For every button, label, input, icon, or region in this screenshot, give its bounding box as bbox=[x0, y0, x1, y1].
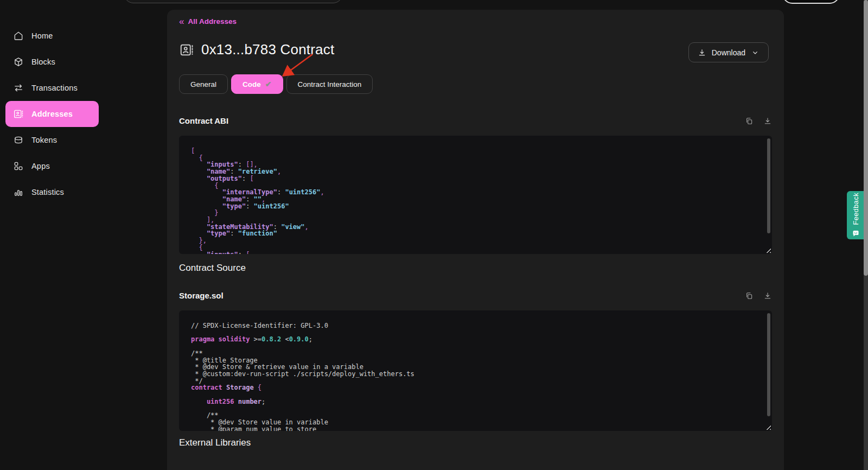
statistics-icon bbox=[13, 187, 24, 198]
copy-icon bbox=[745, 291, 754, 300]
copy-button[interactable] bbox=[745, 291, 754, 300]
tab-label: General bbox=[190, 80, 216, 88]
resize-handle[interactable] bbox=[764, 246, 771, 253]
source-code: // SPDX-License-Identifier: GPL-3.0 prag… bbox=[179, 310, 772, 431]
section-title: Contract ABI bbox=[179, 116, 228, 125]
page-scrollbar-track[interactable] bbox=[864, 0, 868, 470]
sidebar-item-home[interactable]: Home bbox=[0, 23, 125, 49]
download-icon bbox=[763, 291, 772, 300]
chevron-down-icon bbox=[751, 48, 760, 57]
code-content: [ { "inputs": [], "name": "retrieve", "o… bbox=[191, 148, 760, 254]
topbar-button[interactable] bbox=[782, 0, 840, 4]
code-content: // SPDX-License-Identifier: GPL-3.0 prag… bbox=[191, 322, 760, 431]
copy-icon bbox=[745, 117, 754, 125]
breadcrumb[interactable]: « All Addresses bbox=[179, 17, 237, 26]
copy-button[interactable] bbox=[745, 117, 754, 125]
addresses-icon bbox=[13, 109, 24, 119]
tab-general[interactable]: General bbox=[179, 74, 228, 94]
code-scrollbar[interactable] bbox=[767, 138, 770, 233]
external-libraries-heading: External Libraries bbox=[179, 437, 251, 448]
resize-handle[interactable] bbox=[764, 423, 771, 430]
sidebar-item-transactions[interactable]: Transactions bbox=[0, 75, 125, 101]
contract-abi-header: Contract ABI bbox=[179, 116, 772, 125]
sidebar-item-apps[interactable]: Apps bbox=[0, 153, 125, 179]
apps-icon bbox=[13, 161, 24, 172]
page-title: 0x13...b783 Contract bbox=[201, 41, 334, 58]
feedback-chat-icon bbox=[852, 230, 860, 238]
source-file-header: Storage.sol bbox=[179, 291, 772, 300]
main-panel: « All Addresses 0x13...b783 Contract Dow… bbox=[167, 10, 784, 470]
contract-abi-code: [ { "inputs": [], "name": "retrieve", "o… bbox=[179, 136, 772, 254]
sidebar-item-tokens[interactable]: Tokens bbox=[0, 127, 125, 153]
title-row: 0x13...b783 Contract bbox=[179, 41, 334, 58]
sidebar-item-statistics[interactable]: Statistics bbox=[0, 179, 125, 205]
sidebar-item-label: Home bbox=[31, 31, 53, 40]
sidebar-item-label: Apps bbox=[31, 162, 50, 170]
download-icon bbox=[763, 117, 772, 125]
breadcrumb-label: All Addresses bbox=[188, 17, 237, 26]
sidebar-item-label: Blocks bbox=[31, 58, 55, 66]
tab-label: Code bbox=[242, 80, 261, 88]
sidebar-item-label: Tokens bbox=[31, 136, 57, 144]
section-title: Storage.sol bbox=[179, 291, 224, 300]
contract-card-icon bbox=[179, 42, 194, 58]
tab-contract-interaction[interactable]: Contract Interaction bbox=[286, 74, 373, 94]
blocks-icon bbox=[13, 56, 24, 67]
download-button[interactable]: Download bbox=[688, 42, 769, 62]
chevrons-left-icon: « bbox=[179, 18, 184, 25]
tab-label: Contract Interaction bbox=[298, 80, 362, 88]
search-input[interactable] bbox=[124, 0, 343, 3]
tab-code[interactable]: Code ✔ bbox=[231, 74, 283, 94]
sidebar-item-addresses[interactable]: Addresses bbox=[5, 101, 99, 127]
sidebar: Home Blocks Transactions Addresses Token… bbox=[0, 23, 125, 205]
home-icon bbox=[13, 30, 24, 41]
tokens-icon bbox=[13, 135, 24, 145]
sidebar-item-label: Statistics bbox=[31, 188, 64, 196]
tabs: General Code ✔ Contract Interaction bbox=[179, 74, 373, 94]
page: Home Blocks Transactions Addresses Token… bbox=[0, 0, 868, 470]
feedback-button[interactable]: Feedback bbox=[847, 191, 864, 239]
contract-source-heading: Contract Source bbox=[179, 263, 246, 274]
page-scrollbar-thumb[interactable] bbox=[864, 0, 868, 276]
sidebar-item-label: Transactions bbox=[31, 84, 78, 92]
download-icon bbox=[698, 48, 706, 57]
code-scrollbar[interactable] bbox=[767, 313, 770, 416]
download-code-button[interactable] bbox=[763, 291, 772, 300]
download-label: Download bbox=[712, 48, 745, 57]
sidebar-item-blocks[interactable]: Blocks bbox=[0, 49, 125, 75]
check-icon: ✔ bbox=[265, 80, 272, 88]
download-code-button[interactable] bbox=[763, 117, 772, 125]
transactions-icon bbox=[13, 82, 24, 93]
feedback-label: Feedback bbox=[852, 193, 860, 225]
sidebar-item-label: Addresses bbox=[31, 110, 73, 118]
